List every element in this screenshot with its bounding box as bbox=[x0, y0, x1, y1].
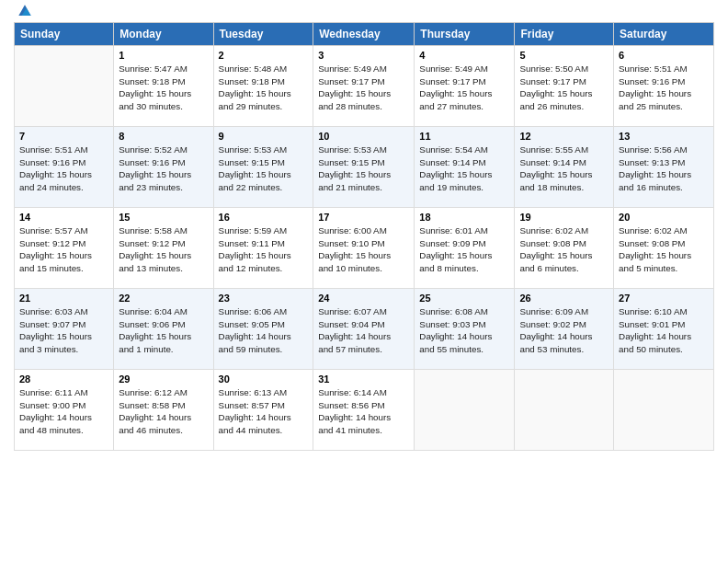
cell-content: Sunrise: 5:51 AMSunset: 9:16 PMDaylight:… bbox=[19, 144, 108, 194]
weekday-header-tuesday: Tuesday bbox=[213, 23, 313, 46]
calendar-cell: 2Sunrise: 5:48 AMSunset: 9:18 PMDaylight… bbox=[213, 46, 313, 127]
day-number: 16 bbox=[219, 212, 309, 223]
calendar-cell: 25Sunrise: 6:08 AMSunset: 9:03 PMDayligh… bbox=[415, 289, 515, 370]
calendar-cell: 11Sunrise: 5:54 AMSunset: 9:14 PMDayligh… bbox=[415, 127, 515, 208]
cell-content: Sunrise: 6:14 AMSunset: 8:56 PMDaylight:… bbox=[318, 386, 409, 437]
day-number: 18 bbox=[419, 212, 509, 223]
day-number: 17 bbox=[318, 212, 409, 223]
cell-content: Sunrise: 5:56 AMSunset: 9:13 PMDaylight:… bbox=[619, 144, 709, 194]
day-number: 6 bbox=[619, 50, 709, 61]
day-number: 8 bbox=[119, 131, 208, 142]
logo bbox=[14, 9, 34, 17]
calendar-cell: 26Sunrise: 6:09 AMSunset: 9:02 PMDayligh… bbox=[515, 289, 614, 370]
calendar-week-row: 14Sunrise: 5:57 AMSunset: 9:12 PMDayligh… bbox=[15, 208, 714, 289]
cell-content: Sunrise: 5:52 AMSunset: 9:16 PMDaylight:… bbox=[119, 144, 208, 194]
calendar-week-row: 21Sunrise: 6:03 AMSunset: 9:07 PMDayligh… bbox=[15, 289, 714, 370]
calendar-cell bbox=[515, 370, 614, 451]
cell-content: Sunrise: 6:09 AMSunset: 9:02 PMDaylight:… bbox=[519, 305, 609, 356]
cell-content: Sunrise: 6:02 AMSunset: 9:08 PMDaylight:… bbox=[519, 224, 609, 275]
calendar-cell: 5Sunrise: 5:50 AMSunset: 9:17 PMDaylight… bbox=[515, 46, 614, 127]
weekday-header-row: SundayMondayTuesdayWednesdayThursdayFrid… bbox=[15, 23, 714, 46]
calendar-cell: 27Sunrise: 6:10 AMSunset: 9:01 PMDayligh… bbox=[614, 289, 714, 370]
cell-content: Sunrise: 5:49 AMSunset: 9:17 PMDaylight:… bbox=[318, 63, 409, 113]
cell-content: Sunrise: 6:06 AMSunset: 9:05 PMDaylight:… bbox=[219, 305, 309, 356]
calendar-cell: 4Sunrise: 5:49 AMSunset: 9:17 PMDaylight… bbox=[415, 46, 515, 127]
cell-content: Sunrise: 6:03 AMSunset: 9:07 PMDaylight:… bbox=[19, 305, 108, 356]
cell-content: Sunrise: 6:13 AMSunset: 8:57 PMDaylight:… bbox=[219, 386, 309, 437]
day-number: 10 bbox=[318, 131, 409, 142]
cell-content: Sunrise: 5:55 AMSunset: 9:14 PMDaylight:… bbox=[519, 144, 609, 194]
calendar-cell: 15Sunrise: 5:58 AMSunset: 9:12 PMDayligh… bbox=[114, 208, 213, 289]
weekday-header-sunday: Sunday bbox=[15, 23, 114, 46]
calendar-cell: 3Sunrise: 5:49 AMSunset: 9:17 PMDaylight… bbox=[313, 46, 415, 127]
calendar-cell: 8Sunrise: 5:52 AMSunset: 9:16 PMDaylight… bbox=[114, 127, 213, 208]
calendar-cell: 31Sunrise: 6:14 AMSunset: 8:56 PMDayligh… bbox=[313, 370, 415, 451]
cell-content: Sunrise: 6:07 AMSunset: 9:04 PMDaylight:… bbox=[318, 305, 409, 356]
calendar-cell: 28Sunrise: 6:11 AMSunset: 9:00 PMDayligh… bbox=[15, 370, 114, 451]
calendar-cell: 23Sunrise: 6:06 AMSunset: 9:05 PMDayligh… bbox=[213, 289, 313, 370]
cell-content: Sunrise: 6:02 AMSunset: 9:08 PMDaylight:… bbox=[619, 224, 709, 275]
day-number: 12 bbox=[519, 131, 609, 142]
day-number: 20 bbox=[619, 212, 709, 223]
calendar-cell: 21Sunrise: 6:03 AMSunset: 9:07 PMDayligh… bbox=[15, 289, 114, 370]
day-number: 11 bbox=[419, 131, 509, 142]
calendar-cell bbox=[614, 370, 714, 451]
weekday-header-wednesday: Wednesday bbox=[313, 23, 415, 46]
day-number: 14 bbox=[19, 212, 108, 223]
day-number: 28 bbox=[19, 373, 108, 385]
calendar-week-row: 28Sunrise: 6:11 AMSunset: 9:00 PMDayligh… bbox=[15, 370, 714, 451]
cell-content: Sunrise: 5:54 AMSunset: 9:14 PMDaylight:… bbox=[419, 144, 509, 194]
cell-content: Sunrise: 6:08 AMSunset: 9:03 PMDaylight:… bbox=[419, 305, 509, 356]
calendar-cell: 12Sunrise: 5:55 AMSunset: 9:14 PMDayligh… bbox=[515, 127, 614, 208]
calendar-cell: 16Sunrise: 5:59 AMSunset: 9:11 PMDayligh… bbox=[213, 208, 313, 289]
day-number: 9 bbox=[219, 131, 309, 142]
cell-content: Sunrise: 6:12 AMSunset: 8:58 PMDaylight:… bbox=[119, 386, 208, 437]
day-number: 7 bbox=[19, 131, 108, 142]
calendar-table: SundayMondayTuesdayWednesdayThursdayFrid… bbox=[14, 22, 714, 451]
cell-content: Sunrise: 5:59 AMSunset: 9:11 PMDaylight:… bbox=[219, 224, 309, 275]
day-number: 13 bbox=[619, 131, 709, 142]
cell-content: Sunrise: 5:58 AMSunset: 9:12 PMDaylight:… bbox=[119, 224, 208, 275]
cell-content: Sunrise: 6:00 AMSunset: 9:10 PMDaylight:… bbox=[318, 224, 409, 275]
calendar-cell bbox=[415, 370, 515, 451]
day-number: 30 bbox=[219, 373, 309, 385]
calendar-cell: 9Sunrise: 5:53 AMSunset: 9:15 PMDaylight… bbox=[213, 127, 313, 208]
day-number: 4 bbox=[419, 50, 509, 61]
calendar-cell: 30Sunrise: 6:13 AMSunset: 8:57 PMDayligh… bbox=[213, 370, 313, 451]
day-number: 26 bbox=[519, 293, 609, 304]
calendar-cell: 10Sunrise: 5:53 AMSunset: 9:15 PMDayligh… bbox=[313, 127, 415, 208]
calendar-cell: 20Sunrise: 6:02 AMSunset: 9:08 PMDayligh… bbox=[614, 208, 714, 289]
day-number: 29 bbox=[119, 373, 208, 385]
day-number: 21 bbox=[19, 293, 108, 304]
weekday-header-monday: Monday bbox=[114, 23, 213, 46]
day-number: 5 bbox=[519, 50, 609, 61]
calendar-cell: 7Sunrise: 5:51 AMSunset: 9:16 PMDaylight… bbox=[15, 127, 114, 208]
calendar-cell: 6Sunrise: 5:51 AMSunset: 9:16 PMDaylight… bbox=[614, 46, 714, 127]
calendar-cell: 13Sunrise: 5:56 AMSunset: 9:13 PMDayligh… bbox=[614, 127, 714, 208]
day-number: 1 bbox=[119, 50, 208, 61]
day-number: 24 bbox=[318, 293, 409, 304]
weekday-header-thursday: Thursday bbox=[415, 23, 515, 46]
day-number: 23 bbox=[219, 293, 309, 304]
cell-content: Sunrise: 5:53 AMSunset: 9:15 PMDaylight:… bbox=[318, 144, 409, 194]
cell-content: Sunrise: 5:48 AMSunset: 9:18 PMDaylight:… bbox=[219, 63, 309, 113]
day-number: 3 bbox=[318, 50, 409, 61]
day-number: 31 bbox=[318, 373, 409, 385]
cell-content: Sunrise: 5:51 AMSunset: 9:16 PMDaylight:… bbox=[619, 63, 709, 113]
cell-content: Sunrise: 5:49 AMSunset: 9:17 PMDaylight:… bbox=[419, 63, 509, 113]
calendar-cell: 19Sunrise: 6:02 AMSunset: 9:08 PMDayligh… bbox=[515, 208, 614, 289]
calendar-cell: 1Sunrise: 5:47 AMSunset: 9:18 PMDaylight… bbox=[114, 46, 213, 127]
cell-content: Sunrise: 5:57 AMSunset: 9:12 PMDaylight:… bbox=[19, 224, 108, 275]
day-number: 27 bbox=[619, 293, 709, 304]
cell-content: Sunrise: 6:10 AMSunset: 9:01 PMDaylight:… bbox=[619, 305, 709, 356]
day-number: 19 bbox=[519, 212, 609, 223]
day-number: 15 bbox=[119, 212, 208, 223]
cell-content: Sunrise: 5:53 AMSunset: 9:15 PMDaylight:… bbox=[219, 144, 309, 194]
calendar-cell: 14Sunrise: 5:57 AMSunset: 9:12 PMDayligh… bbox=[15, 208, 114, 289]
calendar-cell: 17Sunrise: 6:00 AMSunset: 9:10 PMDayligh… bbox=[313, 208, 415, 289]
calendar-cell bbox=[15, 46, 114, 127]
calendar-week-row: 1Sunrise: 5:47 AMSunset: 9:18 PMDaylight… bbox=[15, 46, 714, 127]
logo-icon bbox=[16, 2, 34, 20]
cell-content: Sunrise: 6:11 AMSunset: 9:00 PMDaylight:… bbox=[19, 386, 108, 437]
cell-content: Sunrise: 6:01 AMSunset: 9:09 PMDaylight:… bbox=[419, 224, 509, 275]
